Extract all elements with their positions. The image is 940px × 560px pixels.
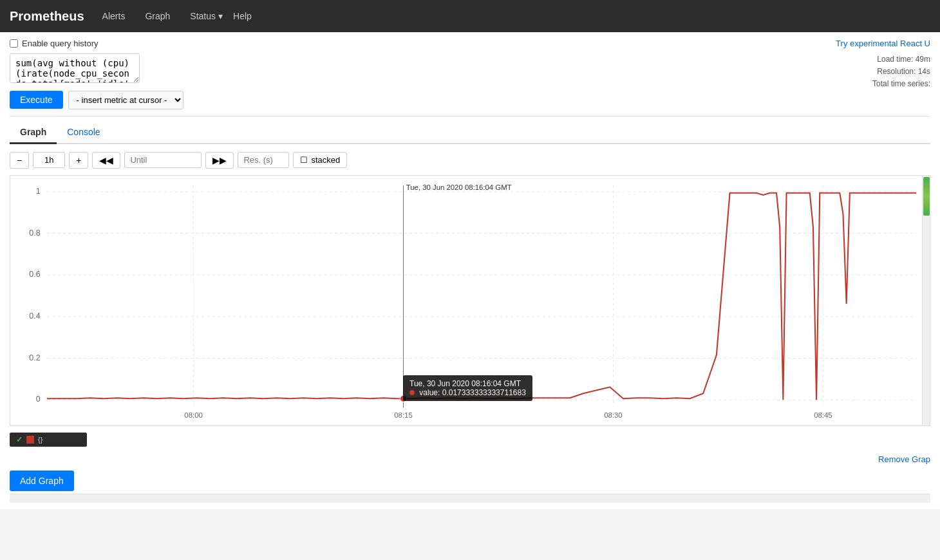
tab-graph[interactable]: Graph: [10, 122, 57, 144]
graph-controls: − + ◀◀ ▶▶ ☐ stacked: [10, 152, 930, 169]
separator: [10, 116, 930, 117]
try-react-link[interactable]: Try experimental React U: [836, 39, 930, 48]
time-forward-button[interactable]: ▶▶: [205, 152, 234, 169]
remove-graph-link[interactable]: Remove Grap: [878, 454, 930, 464]
svg-text:08:30: 08:30: [604, 411, 622, 419]
main-content: Enable query history Try experimental Re…: [0, 32, 940, 509]
svg-text:08:00: 08:00: [184, 411, 202, 419]
stats-panel: Load time: 49m Resolution: 14s Total tim…: [872, 53, 930, 91]
total-series-stat: Total time series:: [872, 78, 930, 90]
time-back-button[interactable]: ◀◀: [92, 152, 120, 169]
svg-text:1: 1: [36, 187, 41, 196]
zoom-in-button[interactable]: +: [69, 152, 88, 169]
query-left: sum(avg without (cpu)(irate(node_cpu_sec…: [10, 53, 866, 85]
nav-help[interactable]: Help: [228, 8, 257, 24]
execute-button[interactable]: Execute: [10, 91, 63, 109]
legend-check: ✓: [16, 435, 23, 444]
tab-console[interactable]: Console: [57, 122, 110, 144]
svg-text:Tue, 30 Jun 2020 08:16:04 GMT: Tue, 30 Jun 2020 08:16:04 GMT: [406, 183, 512, 191]
stacked-button[interactable]: ☐ stacked: [293, 152, 347, 168]
scrollbar-thumb: [923, 177, 930, 216]
svg-text:0.8: 0.8: [29, 228, 40, 237]
until-input[interactable]: [124, 152, 202, 168]
svg-text:08:15: 08:15: [394, 411, 412, 419]
load-time-stat: Load time: 49m: [872, 53, 930, 66]
stacked-label: stacked: [311, 155, 340, 165]
chart-svg: 1 0.8 0.6 0.4 0.2 0 Tue, 30 Jun 2020 08:…: [10, 176, 930, 425]
enable-history-checkbox[interactable]: [10, 39, 18, 48]
svg-text:08:45: 08:45: [814, 411, 832, 419]
svg-text:0.6: 0.6: [29, 270, 40, 279]
resolution-input[interactable]: [238, 152, 289, 168]
crosshair-dot: [400, 395, 406, 402]
svg-text:0.4: 0.4: [29, 312, 40, 321]
nav-graph[interactable]: Graph: [140, 8, 175, 24]
legend-color-box: [26, 436, 34, 443]
svg-text:0.2: 0.2: [29, 353, 40, 362]
tabs-row: Graph Console: [10, 122, 930, 144]
nav-alerts[interactable]: Alerts: [97, 8, 131, 24]
enable-history-row: Enable query history: [10, 39, 99, 48]
resolution-stat: Resolution: 14s: [872, 66, 930, 78]
insert-metric-select[interactable]: - insert metric at cursor -: [68, 91, 183, 109]
stacked-checkbox-icon: ☐: [300, 155, 308, 165]
nav-status-button[interactable]: Status ▾: [185, 8, 228, 24]
horizontal-scrollbar[interactable]: [10, 494, 930, 503]
zoom-out-button[interactable]: −: [10, 152, 29, 169]
query-input[interactable]: sum(avg without (cpu)(irate(node_cpu_sec…: [10, 53, 140, 83]
chart-container: 1 0.8 0.6 0.4 0.2 0 Tue, 30 Jun 2020 08:…: [10, 175, 930, 426]
svg-text:0: 0: [36, 395, 41, 404]
enable-history-label: Enable query history: [22, 39, 99, 48]
brand-title: Prometheus: [10, 9, 84, 24]
nav-status-dropdown[interactable]: Status ▾: [185, 8, 228, 24]
time-range-input[interactable]: [33, 152, 65, 168]
query-stats-row: sum(avg without (cpu)(irate(node_cpu_sec…: [10, 53, 930, 91]
top-bar: Enable query history Try experimental Re…: [10, 39, 930, 48]
bottom-bar: Remove Grap: [10, 454, 930, 464]
legend-label: {}: [38, 436, 42, 443]
legend-bar: ✓ {}: [10, 433, 87, 447]
chart-line: [47, 192, 916, 399]
vertical-scrollbar[interactable]: [922, 176, 930, 425]
add-graph-button[interactable]: Add Graph: [10, 471, 74, 491]
navbar: Prometheus Alerts Graph Status ▾ Help: [0, 0, 940, 32]
controls-row: Execute - insert metric at cursor -: [10, 91, 930, 109]
